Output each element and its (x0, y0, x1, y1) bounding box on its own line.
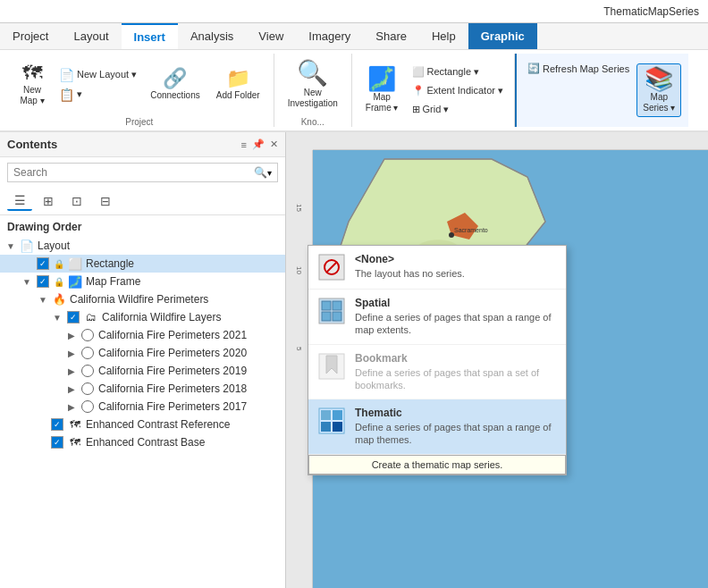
map-series-icon: 📚 (645, 67, 673, 90)
search-box[interactable]: 🔍 ▾ (7, 163, 278, 182)
ca-wildfire-icon: 🔥 (52, 292, 66, 307)
enhanced-ref-icon: 🗺 (68, 417, 82, 432)
refresh-label: Refresh Map Series (543, 63, 629, 74)
map-frame-button[interactable]: 🗾 MapFrame ▾ (359, 63, 405, 117)
new-investigation-button[interactable]: 🔍 NewInvestigation (282, 58, 344, 112)
expand-2019-icon[interactable]: ▶ (64, 364, 79, 378)
spatial-icon (317, 297, 346, 325)
new-investigation-icon: 🔍 (297, 61, 328, 86)
none-icon (317, 253, 346, 281)
refresh-map-series-button[interactable]: 🔄 Refresh Map Series (524, 61, 633, 76)
tab-project[interactable]: Project (0, 23, 61, 49)
new-map-icon: 🗺 (22, 63, 42, 83)
collapse-all-button[interactable]: ⊟ (93, 191, 118, 211)
expand-2018-icon[interactable]: ▶ (64, 382, 79, 396)
expand-2017-icon[interactable]: ▶ (64, 399, 79, 414)
connections-label: Connections (150, 90, 200, 101)
tree-item-ca-wildfire-layers[interactable]: ▼ ✓ 🗂 California Wildfire Layers (0, 308, 285, 326)
investigation-buttons: 🔍 NewInvestigation (282, 54, 344, 115)
new-map-button[interactable]: 🗺 NewMap ▾ (13, 58, 52, 112)
extent-indicator-icon: 📍 (412, 85, 425, 97)
expand-2021-icon[interactable]: ▶ (64, 328, 79, 342)
connections-button[interactable]: 🔗 Connections (144, 58, 206, 112)
label-2021: California Fire Perimeters 2021 (97, 329, 285, 341)
expand-layout-icon[interactable]: ▼ (4, 239, 18, 253)
tab-layout[interactable]: Layout (61, 23, 121, 49)
tree-item-2017[interactable]: ▶ California Fire Perimeters 2017 (0, 398, 285, 416)
add-folder-icon: 📁 (226, 69, 250, 88)
tooltip-text: Create a thematic map series. (372, 459, 503, 470)
layers-button[interactable]: 📋 ▾ (55, 86, 140, 104)
svg-text:Sacramento: Sacramento (454, 227, 488, 233)
label-2019: California Fire Perimeters 2019 (97, 365, 285, 377)
list-view-button[interactable]: ☰ (7, 191, 32, 211)
tab-view[interactable]: View (246, 23, 296, 49)
new-layout-icon: 📄 (59, 68, 74, 82)
expand-mapframe-icon[interactable]: ▼ (20, 274, 34, 289)
lock-mapframe-icon: 🔒 (54, 277, 64, 287)
search-input[interactable] (13, 166, 254, 179)
thematic-desc: Define a series of pages that span a ran… (355, 421, 557, 447)
radio-2020[interactable] (81, 347, 94, 359)
tree-item-2018[interactable]: ▶ California Fire Perimeters 2018 (0, 380, 285, 398)
grid-icon: ⊞ (412, 104, 420, 115)
add-folder-button[interactable]: 📁 Add Folder (210, 58, 266, 112)
ribbon-content-area: 🗺 NewMap ▾ 📄 New Layout ▾ 📋 ▾ 🔗 Connec (0, 50, 708, 130)
map-series-button[interactable]: 📚 MapSeries ▾ (636, 63, 681, 117)
expand-enhanced-ref-icon (34, 417, 48, 432)
radio-2019[interactable] (81, 365, 94, 377)
graphic-buttons: 🔄 Refresh Map Series 📚 MapSeries ▾ (524, 54, 681, 127)
tree-item-layout[interactable]: ▼ 📄 Layout (0, 237, 285, 255)
tab-share[interactable]: Share (363, 23, 419, 49)
tree-item-ca-wildfire[interactable]: ▼ 🔥 California Wildfire Perimeters (0, 290, 285, 308)
svg-rect-21 (322, 312, 331, 321)
checkbox-mapframe[interactable]: ✓ (37, 275, 49, 288)
tree-item-mapframe[interactable]: ▼ ✓ 🔒 🗾 Map Frame (0, 273, 285, 290)
close-panel-icon[interactable]: ✕ (270, 139, 278, 150)
radio-2021[interactable] (81, 329, 94, 341)
dropdown-item-spatial[interactable]: Spatial Define a series of pages that sp… (308, 290, 566, 345)
radio-2017[interactable] (81, 400, 94, 413)
tab-help[interactable]: Help (419, 23, 468, 49)
filter-icon[interactable]: ≡ (241, 139, 247, 150)
thumbnail-view-button[interactable]: ⊡ (64, 191, 89, 211)
checkbox-ca-wildfire-layers[interactable]: ✓ (67, 311, 80, 323)
rectangle-icon: ⬜ (412, 66, 425, 78)
rectangle-tree-icon: ⬜ (68, 256, 82, 271)
mapframe-label: Map Frame (84, 275, 285, 288)
extent-indicator-button[interactable]: 📍 Extent Indicator ▾ (409, 83, 508, 98)
tab-graphic[interactable]: Graphic (468, 23, 537, 49)
dropdown-item-none[interactable]: <None> The layout has no series. (308, 246, 566, 290)
checkbox-rectangle[interactable]: ✓ (37, 257, 49, 270)
main-area: Contents ≡ 📌 ✕ 🔍 ▾ ☰ ⊞ ⊡ ⊟ Drawing Order… (0, 132, 708, 588)
expand-2020-icon[interactable]: ▶ (64, 346, 79, 360)
add-folder-label: Add Folder (216, 90, 260, 101)
search-dropdown-icon[interactable]: ▾ (267, 168, 272, 178)
tree-item-rectangle[interactable]: ✓ 🔒 ⬜ Rectangle (0, 255, 285, 273)
tree-item-enhanced-base[interactable]: ✓ 🗺 Enhanced Contrast Base (0, 433, 285, 451)
dropdown-item-thematic[interactable]: Thematic Define a series of pages that s… (308, 399, 566, 455)
ribbon-group-graphic: 🔄 Refresh Map Series 📚 MapSeries ▾ (515, 54, 688, 127)
tree-item-enhanced-ref[interactable]: ✓ 🗺 Enhanced Contrast Reference (0, 416, 285, 433)
ca-wildfire-layers-label: California Wildfire Layers (100, 311, 285, 323)
grid-button[interactable]: ⊞ Grid ▾ (409, 102, 508, 117)
checkbox-enhanced-base[interactable]: ✓ (51, 436, 63, 449)
thematic-icon (317, 407, 346, 435)
radio-2018[interactable] (81, 382, 94, 395)
expand-ca-wildfire-icon[interactable]: ▼ (36, 292, 50, 307)
tree-item-2021[interactable]: ▶ California Fire Perimeters 2021 (0, 326, 285, 344)
pin-icon[interactable]: 📌 (252, 139, 265, 150)
svg-rect-27 (333, 410, 342, 420)
tab-imagery[interactable]: Imagery (296, 23, 363, 49)
tab-analysis[interactable]: Analysis (178, 23, 246, 49)
tab-insert[interactable]: Insert (122, 23, 178, 49)
tree-item-2020[interactable]: ▶ California Fire Perimeters 2020 (0, 344, 285, 362)
new-layout-button[interactable]: 📄 New Layout ▾ (55, 66, 140, 84)
tree-view-button[interactable]: ⊞ (36, 191, 61, 211)
tree-item-2019[interactable]: ▶ California Fire Perimeters 2019 (0, 362, 285, 380)
rectangle-button[interactable]: ⬜ Rectangle ▾ (409, 64, 508, 80)
spatial-desc: Define a series of pages that span a ran… (355, 311, 557, 337)
expand-ca-wildfire-layers-icon[interactable]: ▼ (50, 310, 64, 324)
title-bar: ThematicMapSeries (0, 0, 708, 23)
checkbox-enhanced-ref[interactable]: ✓ (51, 418, 63, 431)
